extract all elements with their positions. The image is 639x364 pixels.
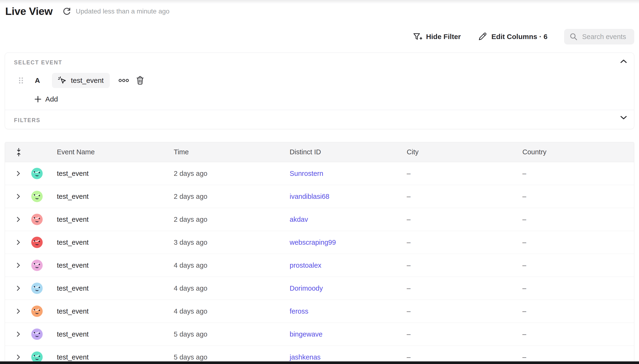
chevron-down-icon bbox=[620, 116, 627, 120]
hide-filter-label: Hide Filter bbox=[426, 33, 461, 41]
cell-city: – bbox=[407, 193, 522, 200]
trash-icon bbox=[136, 76, 144, 85]
cell-country: – bbox=[522, 284, 634, 292]
series-label: A bbox=[35, 76, 40, 84]
cell-event-name: test_event bbox=[57, 216, 174, 224]
cell-event-name: test_event bbox=[57, 308, 174, 315]
edit-columns-button[interactable]: Edit Columns · 6 bbox=[477, 32, 547, 42]
row-expand-icon bbox=[17, 332, 20, 337]
cell-event-name: test_event bbox=[57, 238, 174, 246]
cell-event-name: test_event bbox=[57, 353, 174, 361]
user-avatar bbox=[31, 168, 43, 179]
drag-handle-icon[interactable] bbox=[18, 77, 24, 84]
table-row: test_event 4 days ago feross – – bbox=[5, 300, 634, 323]
cell-event-name: test_event bbox=[57, 284, 174, 292]
distinct-id-link[interactable]: bingewave bbox=[290, 330, 323, 338]
distinct-id-link[interactable]: webscraping99 bbox=[290, 238, 336, 246]
collapse-all-rows-button[interactable] bbox=[16, 148, 22, 156]
refresh-button[interactable] bbox=[62, 7, 72, 16]
cell-time: 2 days ago bbox=[174, 216, 290, 224]
filter-plus-icon bbox=[412, 32, 422, 42]
cell-time: 5 days ago bbox=[174, 353, 290, 361]
toolbar: Hide Filter Edit Columns · 6 bbox=[412, 29, 634, 44]
row-expand-button[interactable] bbox=[17, 217, 20, 222]
column-header-city: City bbox=[407, 148, 522, 156]
collapse-rows-icon bbox=[16, 148, 22, 156]
updated-status: Updated less than a minute ago bbox=[76, 8, 169, 15]
cell-city: – bbox=[407, 330, 522, 338]
cell-time: 4 days ago bbox=[174, 262, 290, 269]
cell-event-name: test_event bbox=[57, 330, 174, 338]
search-box bbox=[564, 29, 634, 44]
row-expand-button[interactable] bbox=[17, 171, 20, 176]
row-expand-button[interactable] bbox=[17, 308, 20, 314]
search-input[interactable] bbox=[582, 33, 632, 41]
table-body: test_event 2 days ago Sunrostern – – bbox=[5, 162, 634, 364]
row-expand-button[interactable] bbox=[17, 354, 20, 360]
cell-country: – bbox=[522, 262, 634, 269]
table-row: test_event 3 days ago webscraping99 – – bbox=[5, 231, 634, 254]
cell-time: 2 days ago bbox=[174, 193, 290, 200]
select-event-collapse-button[interactable] bbox=[620, 60, 627, 63]
distinct-id-link[interactable]: akdav bbox=[290, 216, 308, 223]
cell-time: 2 days ago bbox=[174, 170, 290, 178]
distinct-id-link[interactable]: Dorimoody bbox=[290, 284, 323, 292]
filters-section: FILTERS bbox=[5, 110, 634, 129]
row-expand-button[interactable] bbox=[17, 240, 20, 245]
hide-filter-button[interactable]: Hide Filter bbox=[412, 32, 461, 42]
event-select-button[interactable]: test_event bbox=[52, 73, 110, 88]
cell-country: – bbox=[522, 308, 634, 315]
row-expand-icon bbox=[17, 263, 20, 268]
row-expand-button[interactable] bbox=[17, 286, 20, 291]
cell-country: – bbox=[522, 330, 634, 338]
table-row: test_event 2 days ago Sunrostern – – bbox=[5, 162, 634, 185]
cell-city: – bbox=[407, 238, 522, 246]
more-options-icon bbox=[118, 78, 129, 82]
cell-event-name: test_event bbox=[57, 170, 174, 178]
user-avatar bbox=[31, 352, 43, 363]
more-options-button[interactable] bbox=[118, 78, 129, 82]
add-label: Add bbox=[45, 95, 58, 103]
row-expand-button[interactable] bbox=[17, 332, 20, 337]
distinct-id-link[interactable]: Sunrostern bbox=[290, 170, 323, 177]
chevron-up-icon bbox=[620, 60, 627, 63]
query-builder-card: SELECT EVENT A bbox=[5, 52, 634, 129]
add-event-button[interactable]: Add bbox=[34, 94, 58, 104]
column-header-event-name: Event Name bbox=[57, 148, 174, 156]
bottom-edge-bar bbox=[0, 362, 639, 364]
event-select-label: test_event bbox=[71, 76, 104, 84]
row-expand-icon bbox=[17, 354, 20, 360]
row-expand-icon bbox=[17, 240, 20, 245]
row-expand-button[interactable] bbox=[17, 194, 20, 199]
cell-city: – bbox=[407, 308, 522, 315]
edit-pencil-icon bbox=[477, 32, 487, 42]
cell-country: – bbox=[522, 238, 634, 246]
table-row: test_event 2 days ago ivandiblasi68 – – bbox=[5, 185, 634, 208]
table-row: test_event 4 days ago prostoalex – – bbox=[5, 254, 634, 277]
events-table: Event Name Time Distinct ID City Country bbox=[5, 142, 634, 364]
cell-country: – bbox=[522, 216, 634, 224]
distinct-id-link[interactable]: ivandiblasi68 bbox=[290, 193, 329, 200]
top-shadow bbox=[0, 0, 639, 4]
cell-city: – bbox=[407, 262, 522, 269]
cell-city: – bbox=[407, 284, 522, 292]
filters-label: FILTERS bbox=[14, 117, 41, 124]
user-avatar bbox=[31, 237, 43, 248]
distinct-id-link[interactable]: feross bbox=[290, 308, 308, 315]
user-avatar bbox=[31, 282, 43, 294]
event-row: A test_event bbox=[18, 73, 144, 88]
distinct-id-link[interactable]: jashkenas bbox=[290, 353, 321, 361]
refresh-icon bbox=[62, 7, 72, 16]
user-avatar bbox=[31, 191, 43, 202]
delete-event-button[interactable] bbox=[136, 76, 144, 85]
edit-columns-label: Edit Columns · 6 bbox=[491, 33, 547, 41]
distinct-id-link[interactable]: prostoalex bbox=[290, 262, 321, 269]
cell-time: 5 days ago bbox=[174, 330, 290, 338]
cell-country: – bbox=[522, 193, 634, 200]
filters-expand-button[interactable] bbox=[620, 116, 627, 120]
cell-time: 3 days ago bbox=[174, 238, 290, 246]
row-expand-button[interactable] bbox=[17, 263, 20, 268]
row-expand-icon bbox=[17, 308, 20, 314]
cell-city: – bbox=[407, 353, 522, 361]
event-cursor-icon bbox=[58, 76, 67, 85]
